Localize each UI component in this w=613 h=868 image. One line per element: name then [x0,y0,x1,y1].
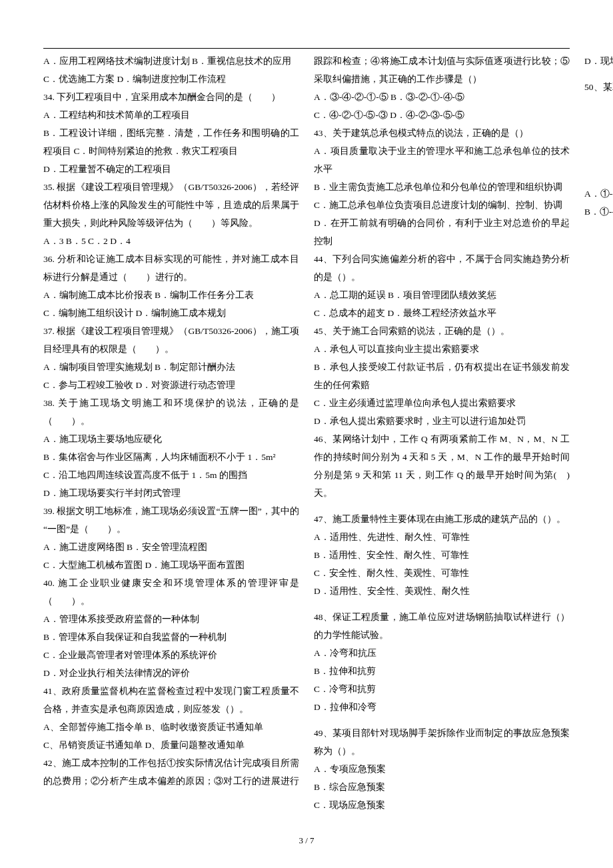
q34-opt-bc: B．工程设计详细，图纸完整．清楚，工作任务和围明确的工程项目 C．时间特别紧迫的… [43,124,299,160]
q42-opt-ab: A．③-④-②-①-⑤ B．③-②-①-④-⑤ [314,88,570,106]
q38-opt-c: C．沿工地四周连续设置高度不低于 1．5m 的围挡 [43,466,299,484]
q39-stem: 39. 根据文明工地标准，施工现场必须设置“五牌一图”，其中的“一图”是（ ）。 [43,502,299,538]
q49-stem: 49、某项目部针对现场脚手架拆除作业而制定的事故应急预案称为（）。 [314,724,570,760]
page-number: 3 / 7 [0,832,613,849]
q35-stem: 35. 根据《建设工程项目管理规》（GB/T50326-2006），若经评估材料… [43,178,299,232]
q45-opt-d: D．承包人提出索赔要求时，业主可以进行追加处罚 [314,412,570,430]
q44-opt-ab: A．总工期的延误 B．项目管理团队绩效奖惩 [314,286,570,304]
q50-opt-a: A．①--②--⑤--⑥ [584,185,613,203]
q40-opt-c: C．企业最高管理者对管理体系的系统评价 [43,646,299,664]
q47-opt-a: A．适用性、先进性、耐久性、可靠性 [314,528,570,546]
q42-opt-cd: C．④-②-①-⑤-③ D．④-②-③-⑤-⑤ [314,106,570,124]
q49-opt-d: D．现场处置预案 [584,52,613,70]
q43-stem: 43、关于建筑总承包模式特点的说法，正确的是（） [314,124,570,142]
q48-stem: 48、保证工程质量，施工单位应对进场钢筋抽取试样进行（）的力学性能试验。 [314,608,570,644]
q43-opt-c: C．施工总承包单位负责项目总进度计划的编制、控制、协调 [314,196,570,214]
q40-opt-b: B．管理体系自我保证和自我监督的一种机制 [43,628,299,646]
q39-opt-cd: C．大型施工机械布置图 D．施工现场平面布置图 [43,556,299,574]
q48-opt-a: A．冷弯和抗压 [314,644,570,662]
q45-opt-b: B．承包人接受竣工付款证书后，仍有权提出在证书颁发前发生的任何索赔 [314,358,570,394]
q47-stem: 47、施工质量特性主要体现在由施工形成的建筑产品的（）。 [314,510,570,528]
q38-opt-a: A．施工现场主要场地应硬化 [43,430,299,448]
q33-opt-cd: C．优选施工方案 D．编制进度控制工作流程 [43,70,299,88]
q45-opt-c: C．业主必须通过监理单位向承包人提出索赔要求 [314,394,570,412]
q34-opt-a: A．工程结构和技术简单的工程项目 [43,106,299,124]
q37-stem: 37. 根据《建设工程项目管理规》（GB/T50326-2006），施工项目经理… [43,322,299,358]
q47-opt-b: B．适用性、安全性、耐久性、可靠性 [314,546,570,564]
q34-stem: 34. 下列工程项目中，宜采用成本加酬金合同的是（ ） [43,88,299,106]
q44-stem: 44、下列合同实施偏差分析的容中，不属于合同实施趋势分析的是（）。 [314,250,570,286]
q37-opt-cd: C．参与工程竣工验收 D．对资源进行动态管理 [43,376,299,394]
q43-opt-b: B．业主需负责施工总承包单位和分包单位的管理和组织协调 [314,178,570,196]
header-mark: 、 [396,43,410,69]
q36-opt-cd: C．编制施工组织设计 D．编制施工成本规划 [43,304,299,322]
q34-opt-d: D．工程量暂不确定的工程项目 [43,160,299,178]
header-rule [43,48,570,49]
q50-opt-b: B．①--②--③--④--⑤--⑥ [584,203,613,221]
q40-opt-d: D．对企业执行相关法律情况的评价 [43,664,299,682]
q43-opt-d: D．在开工前就有明确的合同价，有利于业主对总造价的早起控制 [314,214,570,250]
q44-opt-cd: C．总成本的超支 D．最终工程经济效益水平 [314,304,570,322]
q38-stem: 38. 关于施工现场文明施工和环境保护的说法，正确的是（ ）。 [43,394,299,430]
content-columns: A．应用工程网络技术编制进度计划 B．重视信息技术的应用 C．优选施工方案 D．… [43,52,570,823]
q40-stem: 40. 施工企业职业健康安全和环境管理体系的管理评审是（ ）。 [43,574,299,610]
q38-opt-b: B．集体宿舍与作业区隔离，人均床铺面积不小于 1．5m² [43,448,299,466]
q49-opt-b: B．综合应急预案 [314,778,570,796]
q36-opt-ab: A．编制施工成本比价报表 B．编制工作任务分工表 [43,286,299,304]
q37-opt-ab: A．编制项目管理实施规划 B．制定部计酬办法 [43,358,299,376]
spacer [314,716,570,724]
q48-opt-d: D．拉伸和冷弯 [314,698,570,716]
q36-stem: 36. 分析和论证施工成本目标实现的可能性，并对施工成本目标进行分解是通过（ ）… [43,250,299,286]
spacer [584,70,613,78]
q46-stem: 46、某网络计划中，工作 Q 有两项紧前工作 M、N，M、N 工作的持续时间分别… [314,430,570,502]
q40-opt-a: A．管理体系接受政府监督的一种体制 [43,610,299,628]
q50-stem: 50、某双代号网络计划如下图，其关键线路为（）。 [584,78,613,96]
q49-opt-a: A．专项应急预案 [314,760,570,778]
q45-opt-a: A．承包人可以直接向业主提出索赔要求 [314,340,570,358]
q43-opt-a: A．项目质量取决于业主的管理水平和施工总承包单位的技术水平 [314,142,570,178]
q47-opt-c: C．安全性、耐久性、美观性、可靠性 [314,564,570,582]
q35-opts: A．3 B．5 C．2 D．4 [43,232,299,250]
q39-opt-ab: A．施工进度网络图 B．安全管理流程图 [43,538,299,556]
q49-opt-c: C．现场应急预案 [314,796,570,814]
q48-opt-b: B．拉伸和抗剪 [314,662,570,680]
q41-opt-cd: C、吊销资质证书通知单 D、质量问题整改通知单 [43,736,299,754]
q48-opt-c: C．冷弯和抗剪 [314,680,570,698]
spacer [314,600,570,608]
spacer [314,502,570,510]
q41-opt-ab: A、全部暂停施工指令单 B、临时收缴资质证书通知单 [43,718,299,736]
q47-opt-d: D．适用性、安全性、美观性、耐久性 [314,582,570,600]
q45-stem: 45、关于施工合同索赔的说法，正确的是（）。 [314,322,570,340]
q41-stem: 41、政府质量监督机构在监督检查过程中发现门窗工程质量不合格，并查实是承包商原因… [43,682,299,718]
q33-opt-ab: A．应用工程网络技术编制进度计划 B．重视信息技术的应用 [43,52,299,70]
q38-opt-d: D．施工现场要实行半封闭式管理 [43,484,299,502]
